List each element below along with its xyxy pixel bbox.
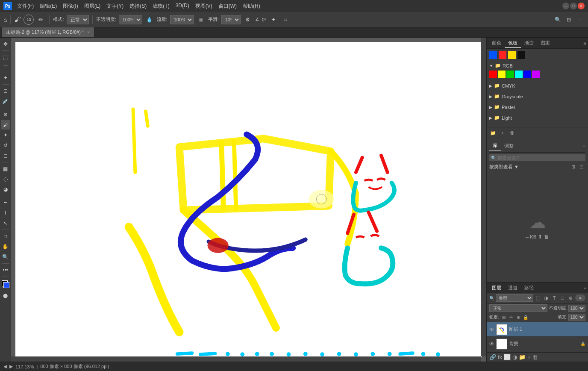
lasso-tool[interactable]: ⌒ <box>1 63 10 72</box>
layers-opacity-value[interactable]: 100% <box>568 305 585 312</box>
type-layer-filter[interactable]: T <box>551 294 558 301</box>
swatch-cyan[interactable] <box>515 71 523 78</box>
menu-type[interactable]: 文字(Y) <box>104 2 126 11</box>
move-tool[interactable]: ✥ <box>1 39 10 49</box>
new-swatch-icon[interactable]: + <box>499 129 506 137</box>
top-color-3[interactable] <box>508 51 516 59</box>
menu-image[interactable]: 图像(I) <box>60 2 80 11</box>
library-view-type-label[interactable]: 按类型查看 ▼ <box>489 164 519 170</box>
library-grid-view[interactable]: ⊞ <box>569 163 577 171</box>
menu-filter[interactable]: 滤镜(T) <box>150 2 172 11</box>
brush-mode-toggle[interactable]: ✏ <box>36 15 46 24</box>
brush-icon[interactable]: 🖌 <box>14 16 21 24</box>
swatch-yellow[interactable] <box>498 71 506 78</box>
crop-tool[interactable]: ⊡ <box>1 86 10 96</box>
rectangle-select-tool[interactable]: ⬚ <box>1 53 10 62</box>
brush-size-indicator[interactable]: 13 <box>24 15 34 25</box>
close-button[interactable]: ✕ <box>578 3 585 9</box>
blur-tool[interactable]: ◌ <box>1 174 10 184</box>
flow-select[interactable]: 100% <box>170 15 194 24</box>
smooth-select[interactable]: 10% <box>221 15 241 24</box>
library-tab[interactable]: 库 <box>489 141 501 150</box>
gradient-tool[interactable]: ▦ <box>1 164 10 174</box>
grayscale-group-header[interactable]: ▶ 📁 Grayscale <box>489 92 585 100</box>
paths-tab[interactable]: 路径 <box>521 284 537 292</box>
light-group-header[interactable]: ▶ 📁 Light <box>489 114 585 122</box>
library-delete-icon[interactable]: 🗑 <box>544 234 549 240</box>
filter-toggle[interactable]: ● <box>575 294 585 301</box>
library-search-bar[interactable]: 🔍 <box>489 154 585 161</box>
opacity-select[interactable]: 100% <box>119 15 142 24</box>
menu-window[interactable]: 窗口(W) <box>216 2 239 11</box>
menu-help[interactable]: 帮助(H) <box>240 2 263 11</box>
menu-3d[interactable]: 3D(D) <box>173 2 192 11</box>
layer-mask-icon[interactable]: ⬜ <box>504 354 511 360</box>
swatch-red[interactable] <box>489 71 497 78</box>
shape-tool[interactable]: □ <box>1 232 10 241</box>
status-nav-left[interactable]: ◀ <box>3 364 7 369</box>
cmyk-group-header[interactable]: ▶ 📁 CMYK <box>489 82 585 90</box>
top-color-1[interactable] <box>489 51 497 59</box>
layers-tab[interactable]: 图层 <box>488 284 505 292</box>
layer-item-1[interactable]: 👁 图层 1 <box>487 322 588 337</box>
panel-menu-icon[interactable]: ≡ <box>583 40 586 46</box>
adjustments-tab[interactable]: 调整 <box>501 141 517 150</box>
pressure-icon[interactable]: ⌗ <box>281 15 290 24</box>
swatch-green[interactable] <box>506 71 514 78</box>
new-folder-icon[interactable]: 📁 <box>489 129 497 137</box>
lock-pixels-icon[interactable]: ⊞ <box>501 314 507 320</box>
library-search-input[interactable] <box>497 155 584 160</box>
layer-fx-icon[interactable]: fx <box>498 354 502 360</box>
search-button[interactable]: 🔍 <box>553 15 562 24</box>
adjustment-layer-filter[interactable]: ◑ <box>543 294 550 301</box>
pastel-group-header[interactable]: ▶ 📁 Pastel <box>489 103 585 111</box>
panel-tab-gradients[interactable]: 渐变 <box>521 38 537 47</box>
menu-select[interactable]: 选择(S) <box>127 2 149 11</box>
smart-object-filter[interactable]: ⊛ <box>567 294 574 301</box>
quick-mask[interactable]: ⬤ <box>1 291 10 300</box>
menu-view[interactable]: 视图(V) <box>193 2 215 11</box>
bg-layer-visibility-icon[interactable]: 👁 <box>489 341 494 347</box>
fill-value[interactable]: 100% <box>568 314 585 321</box>
eyedropper-tool[interactable]: 💉 <box>1 97 10 106</box>
swatch-blue[interactable] <box>523 71 531 78</box>
delete-layer-icon[interactable]: 🗑 <box>532 354 538 360</box>
delete-swatch-icon[interactable]: 🗑 <box>508 129 516 137</box>
dodge-tool[interactable]: ◕ <box>1 185 10 194</box>
shape-layer-filter[interactable]: □ <box>559 294 566 301</box>
share-icon[interactable]: ↑ <box>575 15 585 24</box>
layers-panel-menu[interactable]: ≡ <box>584 285 586 290</box>
fg-bg-colors[interactable] <box>1 280 10 289</box>
pen-tool[interactable]: ✒ <box>1 198 10 207</box>
new-fill-layer-icon[interactable]: ◑ <box>512 354 517 360</box>
canvas-container[interactable] <box>15 42 482 357</box>
new-layer-group-icon[interactable]: 📁 <box>519 354 526 360</box>
brush-tool[interactable]: 🖌 <box>1 120 10 130</box>
layer-1-visibility-icon[interactable]: 👁 <box>489 327 494 333</box>
layer-type-filter[interactable]: 类型 <box>496 294 533 302</box>
hand-tool[interactable]: ✋ <box>1 242 10 251</box>
more-tools[interactable]: ••• <box>1 265 10 275</box>
airbrush-toggle[interactable]: 💧 <box>145 15 154 24</box>
smooth-settings[interactable]: ⚙ <box>243 15 253 24</box>
status-nav-right[interactable]: ▶ <box>9 364 13 369</box>
channels-tab[interactable]: 通道 <box>505 284 521 292</box>
path-select-tool[interactable]: ↖ <box>1 218 10 228</box>
document-tab[interactable]: 未标题-2 @ 117% (图层 1, RGB/8#) * × <box>2 27 94 37</box>
swatch-magenta[interactable] <box>532 71 540 78</box>
zoom-tool[interactable]: 🔍 <box>1 252 10 262</box>
panel-tab-swatches[interactable]: 色板 <box>505 38 521 48</box>
layers-blend-mode[interactable]: 正常 <box>489 304 547 312</box>
clone-stamp-tool[interactable]: ✦ <box>1 130 10 140</box>
home-icon[interactable]: ⌂ <box>3 16 7 23</box>
top-color-2[interactable] <box>499 51 506 59</box>
symmetry-icon[interactable]: ✦ <box>269 15 278 24</box>
minimize-button[interactable]: ─ <box>562 3 569 9</box>
healing-brush-tool[interactable]: ⊕ <box>1 110 10 119</box>
lock-all-icon[interactable]: 🔒 <box>523 314 529 320</box>
lock-position-icon[interactable]: ✏ <box>508 314 514 320</box>
rgb-group-header[interactable]: ▼ 📁 RGB <box>489 62 585 70</box>
lock-artboard-icon[interactable]: ⊕ <box>515 314 521 320</box>
panel-tab-patterns[interactable]: 图案 <box>537 38 553 47</box>
top-color-4[interactable] <box>517 51 525 59</box>
